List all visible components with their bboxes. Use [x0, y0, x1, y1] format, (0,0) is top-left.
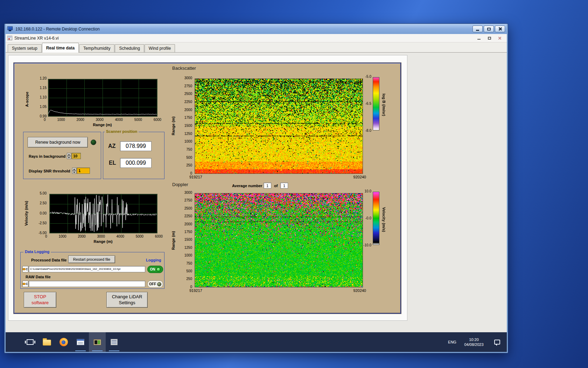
- system-tray: ENG 10:20 04/08/2023: [445, 332, 505, 352]
- remote-session-area: StreamLine XR v14-6.vi System setup Real…: [6, 34, 507, 352]
- clock[interactable]: 10:20 04/08/2023: [459, 337, 489, 347]
- velocity-x-axis-label: Range (m): [49, 239, 157, 244]
- rdp-titlebar[interactable]: 192.168.0.122 - Remote Desktop Connectio…: [6, 24, 507, 34]
- doppler-x-start: 919217: [189, 288, 202, 293]
- processed-logging-toggle[interactable]: ON: [147, 266, 163, 273]
- close-icon: [498, 36, 502, 40]
- rdp-maximize-button[interactable]: [484, 26, 494, 32]
- language-indicator[interactable]: ENG: [445, 332, 459, 352]
- rdp-window: 192.168.0.122 - Remote Desktop Connectio…: [4, 23, 508, 353]
- action-center-button[interactable]: [489, 332, 505, 352]
- rdp-minimize-button[interactable]: [472, 26, 483, 32]
- velocity-plot: [49, 194, 158, 233]
- raw-path-input[interactable]: [29, 281, 145, 287]
- ascope-plot: [48, 79, 158, 117]
- tab-temp-humidity[interactable]: Temp/humidity: [79, 44, 114, 52]
- velocity-y-axis-label: Velocity (m/s): [23, 196, 29, 231]
- scan-scheduler-icon: [111, 339, 118, 345]
- app-close-button[interactable]: [495, 35, 505, 41]
- stop-button-line1: STOP: [34, 294, 46, 300]
- stop-software-button[interactable]: STOP software: [24, 292, 56, 308]
- data-logging-group: Data Logging Processed Data file Restart…: [20, 252, 164, 289]
- increment-icon[interactable]: [67, 153, 71, 156]
- app-restore-button[interactable]: [484, 35, 495, 41]
- action-center-icon: [494, 340, 500, 345]
- doppler-colorbar-ticks: 10.0-0.0-10.0: [357, 190, 371, 247]
- processed-path-input[interactable]: C:\Lidar\Data\Proc\2023\202308\20230804\…: [29, 266, 145, 272]
- remote-desktop-icon: [7, 26, 13, 32]
- task-view-button[interactable]: [22, 332, 38, 352]
- renew-background-button[interactable]: Renew background now: [28, 137, 88, 148]
- doppler-y-axis-label: Range (m): [170, 223, 176, 258]
- processed-path-drive[interactable]: C: [22, 266, 28, 272]
- logging-label: Logging: [146, 258, 161, 262]
- increment-icon[interactable]: [72, 168, 76, 171]
- drive-letter: C: [26, 282, 28, 286]
- az-value: 078.999: [120, 141, 152, 151]
- tab-bar: System setup Real time data Temp/humidit…: [6, 42, 507, 53]
- maximize-icon: [487, 28, 491, 30]
- taskbar-scan-scheduler-button[interactable]: [106, 332, 122, 352]
- taskbar: ENG 10:20 04/08/2023: [6, 332, 507, 352]
- doppler-x-end: 920240: [353, 288, 366, 293]
- close-icon: [498, 27, 502, 31]
- velocity-y-ticks: 5.002.500.00-2.50-5.00: [31, 192, 47, 235]
- backscatter-colorbar: [373, 77, 379, 130]
- doppler-heatmap: [195, 193, 363, 287]
- time: 10:20: [459, 337, 489, 342]
- backscatter-x-end: 920240: [353, 175, 366, 179]
- raw-path-drive[interactable]: C: [22, 281, 28, 287]
- rays-spinner[interactable]: [67, 153, 71, 159]
- background-controls-group: Renew background now Rays in background …: [23, 132, 101, 179]
- renew-background-led-icon: [91, 139, 96, 145]
- el-value: 000.099: [120, 158, 152, 168]
- folder-icon: [23, 268, 25, 270]
- decrement-icon[interactable]: [72, 171, 76, 174]
- doppler-colorbar: [373, 192, 379, 245]
- app-window-icon: [77, 339, 84, 345]
- velocity-x-ticks: 0100020003000400050006000: [45, 234, 163, 238]
- doppler-title: Doppler: [172, 182, 188, 187]
- streamline-app-window: StreamLine XR v14-6.vi System setup Real…: [6, 34, 507, 332]
- task-view-icon: [27, 339, 34, 345]
- tab-real-time-data[interactable]: Real time data: [42, 43, 79, 53]
- tab-system-setup[interactable]: System setup: [8, 44, 42, 52]
- backscatter-x-ticks: 919217 920240: [189, 175, 366, 179]
- change-lidar-settings-button[interactable]: Change LiDAR Settings: [106, 292, 148, 308]
- decrement-icon[interactable]: [67, 156, 71, 159]
- average-of-label: of: [274, 184, 278, 188]
- firefox-button[interactable]: [55, 332, 72, 352]
- snr-value-field[interactable]: 1: [77, 168, 90, 174]
- tab-scheduling[interactable]: Scheduling: [115, 44, 144, 52]
- doppler-y-ticks: 3000275025002250200017501500125010007505…: [176, 191, 192, 289]
- rdp-close-button[interactable]: [495, 26, 505, 32]
- ascope-x-ticks: 0100020003000400050006000: [44, 118, 161, 122]
- snr-threshold-label: Display SNR threshold: [29, 169, 70, 173]
- app-titlebar[interactable]: StreamLine XR v14-6.vi: [6, 34, 507, 42]
- desktop: 192.168.0.122 - Remote Desktop Connectio…: [0, 0, 588, 368]
- restart-processed-file-button[interactable]: Restart processed file: [68, 255, 115, 263]
- app-minimize-button[interactable]: [474, 35, 484, 41]
- taskbar-streamline-button[interactable]: [89, 332, 106, 352]
- tab-page-background: A-scope 1.201.151.101.050.99 01000200030…: [6, 53, 507, 332]
- vi-icon: [7, 36, 12, 40]
- tab-page-real-time-data: A-scope 1.201.151.101.050.99 01000200030…: [8, 55, 407, 321]
- folder-icon: [23, 283, 25, 285]
- taskbar-app-window-button[interactable]: [72, 332, 89, 352]
- backscatter-y-axis-label: Range (m): [170, 108, 176, 143]
- backscatter-y-ticks: 3000275025002250200017501500125010007505…: [176, 76, 192, 175]
- toggle-off-label: OFF: [149, 282, 156, 286]
- date: 04/08/2023: [459, 342, 489, 347]
- logging-off-led-icon: [157, 282, 161, 286]
- snr-spinner[interactable]: [72, 168, 76, 174]
- scanner-position-title: Scanner position: [105, 129, 139, 134]
- raw-logging-toggle[interactable]: OFF: [147, 280, 163, 288]
- backscatter-colorbar-ticks: -5.0-6.5-8.0: [357, 75, 371, 132]
- front-panel: A-scope 1.201.151.101.050.99 01000200030…: [14, 63, 401, 314]
- file-explorer-button[interactable]: [38, 332, 55, 352]
- file-explorer-icon: [43, 340, 51, 346]
- doppler-colorbar-label: Velocity (m/s): [381, 198, 387, 240]
- average-number-field[interactable]: 1: [264, 183, 271, 189]
- tab-wind-profile[interactable]: Wind profile: [145, 44, 175, 52]
- rays-value-field[interactable]: 10: [71, 153, 81, 159]
